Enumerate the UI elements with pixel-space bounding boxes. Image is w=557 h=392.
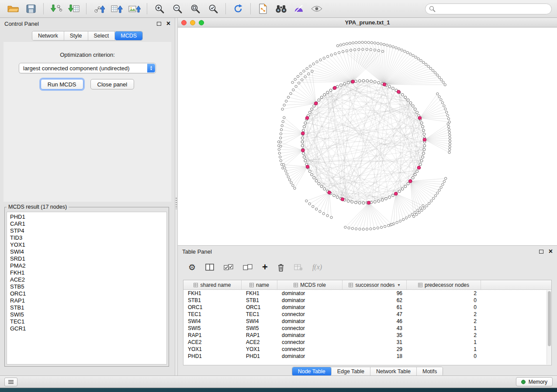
fx-icon: f(x) — [312, 263, 322, 271]
zoom-in-button[interactable] — [152, 2, 167, 15]
zoom-selected-button[interactable] — [205, 2, 221, 15]
tab-edge-table[interactable]: Edge Table — [332, 367, 370, 376]
table-cell: 96 — [343, 290, 407, 296]
show-columns-button[interactable] — [205, 264, 214, 271]
table-cell: SWI4 — [242, 318, 277, 324]
criterion-selected-value: largest connected component (undirected) — [23, 65, 130, 72]
mcds-result-item[interactable]: SWI4 — [10, 248, 163, 255]
status-menu-button[interactable] — [4, 378, 17, 386]
search-input[interactable] — [425, 3, 552, 14]
column-header-successor-nodes[interactable]: successor nodes ▾ — [343, 280, 407, 289]
mcds-result-item[interactable]: STB1 — [10, 304, 163, 311]
node-table: shared name name MCDS role successo — [183, 280, 552, 365]
app-window: Control Panel × Network Style Select MCD… — [0, 0, 557, 388]
mcds-result-item[interactable]: PHD1 — [10, 213, 163, 220]
network-view — [178, 28, 557, 245]
mcds-result-item[interactable]: TID3 — [10, 234, 163, 241]
refresh-button[interactable] — [230, 2, 246, 15]
float-panel-icon[interactable] — [539, 250, 543, 254]
mcds-result-item[interactable]: TEC1 — [10, 318, 163, 325]
mcds-result-item[interactable]: GCR1 — [10, 325, 163, 332]
table-cell: FKH1 — [242, 290, 277, 296]
table-panel-title: Table Panel — [182, 248, 212, 255]
show-hide-button[interactable] — [309, 2, 325, 15]
column-header-name[interactable]: name — [242, 280, 277, 289]
mcds-result-item[interactable]: STP4 — [10, 227, 163, 234]
zoom-fit-button[interactable] — [187, 2, 203, 15]
tab-select[interactable]: Select — [88, 31, 115, 40]
table-row[interactable]: FKH1FKH1dominator962 — [183, 290, 551, 297]
status-bar: Memory — [0, 375, 557, 388]
mcds-result-item[interactable]: SWI5 — [10, 311, 163, 318]
binoculars-button[interactable] — [273, 2, 289, 15]
add-column-button[interactable]: + — [262, 262, 268, 272]
deselect-all-button[interactable] — [243, 264, 253, 270]
table-cell: 35 — [343, 332, 407, 338]
delete-column-button[interactable] — [277, 263, 284, 272]
mcds-result-item[interactable]: CAR1 — [10, 220, 163, 227]
table-row[interactable]: SWI5SWI5connector431 — [183, 325, 551, 332]
mcds-result-item[interactable]: YOX1 — [10, 241, 163, 248]
import-table-button[interactable] — [66, 2, 82, 15]
table-row[interactable]: YOX1YOX1connector291 — [183, 346, 551, 353]
import-table-icon — [68, 4, 80, 14]
memory-label: Memory — [529, 379, 547, 385]
column-header-shared-name[interactable]: shared name — [183, 280, 242, 289]
column-header-predecessor-nodes[interactable]: predecessor nodes — [407, 280, 481, 289]
table-row[interactable]: STB1STB1dominator620 — [183, 297, 551, 304]
open-file-button[interactable] — [5, 2, 21, 15]
tab-node-table[interactable]: Node Table — [292, 367, 332, 376]
float-panel-icon[interactable] — [157, 22, 161, 26]
network-canvas[interactable] — [178, 28, 557, 245]
visual-style-button[interactable] — [291, 2, 307, 15]
mcds-result-item[interactable]: RAP1 — [10, 297, 163, 304]
table-cell: STB1 — [242, 297, 277, 303]
mcds-result-group: MCDS result (17 nodes) PHD1CAR1STP4TID3Y… — [4, 204, 169, 367]
import-network-button[interactable] — [48, 2, 64, 15]
table-scrollbar[interactable] — [547, 290, 551, 364]
columns-icon — [205, 264, 214, 271]
panel-splitter[interactable] — [175, 18, 178, 375]
tab-motifs[interactable]: Motifs — [417, 367, 443, 376]
column-header-mcds-role[interactable]: MCDS role — [277, 280, 343, 289]
table-cell: ACE2 — [183, 339, 242, 345]
table-cell: ORC1 — [183, 304, 242, 310]
network-title: YPA_prune.txt_1 — [178, 19, 557, 26]
table-row[interactable]: ACE2ACE2connector311 — [183, 339, 551, 346]
close-panel-button[interactable]: Close panel — [90, 79, 135, 89]
mcds-result-item[interactable]: FKH1 — [10, 269, 163, 276]
tab-network-table[interactable]: Network Table — [370, 367, 417, 376]
scrollbar-thumb[interactable] — [548, 291, 551, 346]
memory-button[interactable]: Memory — [516, 377, 553, 386]
mcds-result-item[interactable]: ACE2 — [10, 276, 163, 283]
list-icon — [8, 380, 14, 384]
mcds-result-item[interactable]: ORC1 — [10, 290, 163, 297]
tab-network[interactable]: Network — [32, 31, 64, 40]
export-table-button[interactable] — [109, 2, 125, 15]
tab-mcds[interactable]: MCDS — [115, 31, 142, 40]
table-row[interactable]: TEC1TEC1connector472 — [183, 311, 551, 318]
table-settings-button[interactable]: ⚙ — [188, 263, 196, 272]
table-cell: 1 — [407, 346, 481, 352]
mcds-result-item[interactable]: SRD1 — [10, 255, 163, 262]
close-panel-icon[interactable]: × — [166, 21, 170, 26]
table-cell: 0 — [407, 297, 481, 303]
sort-direction-icon: ▾ — [398, 282, 400, 287]
table-row[interactable]: ORC1ORC1dominator610 — [183, 304, 551, 311]
table-row[interactable]: SWI4SWI4dominator462 — [183, 318, 551, 325]
zoom-out-button[interactable] — [170, 2, 185, 15]
close-panel-icon[interactable]: × — [549, 249, 553, 254]
run-mcds-button[interactable]: Run MCDS — [41, 79, 83, 89]
select-all-button[interactable] — [224, 264, 233, 270]
table-row[interactable]: PHD1PHD1dominator180 — [183, 353, 551, 360]
network-window: YPA_prune.txt_1 — [178, 18, 557, 245]
table-row[interactable]: RAP1RAP1dominator352 — [183, 332, 551, 339]
tab-style[interactable]: Style — [64, 31, 88, 40]
mcds-result-item[interactable]: PMA2 — [10, 262, 163, 269]
document-share-button[interactable] — [255, 2, 271, 15]
criterion-select[interactable]: largest connected component (undirected)… — [19, 63, 156, 73]
mcds-result-item[interactable]: STB5 — [10, 283, 163, 290]
export-image-button[interactable] — [127, 2, 142, 15]
save-session-button[interactable] — [23, 2, 39, 15]
export-network-button[interactable] — [91, 2, 107, 15]
